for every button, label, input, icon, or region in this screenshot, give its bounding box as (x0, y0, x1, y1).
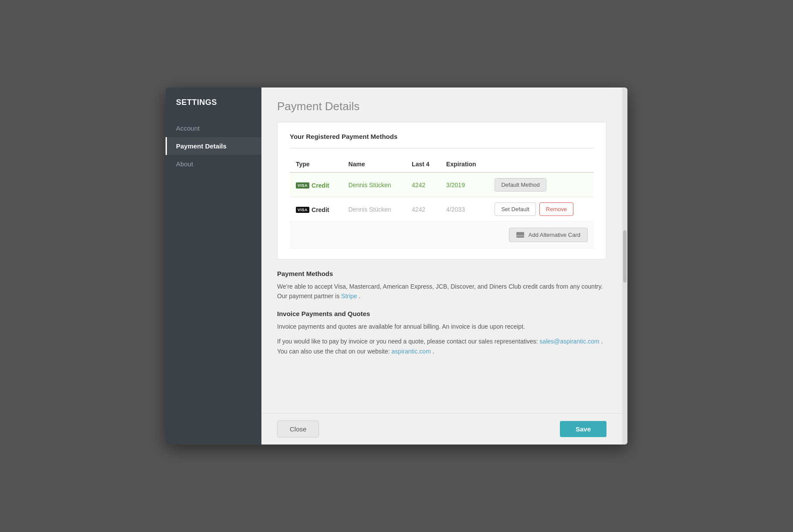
stripe-link[interactable]: Stripe (341, 293, 357, 300)
row1-actions: Default Method (488, 172, 594, 197)
invoice-para2: If you would like to pay by invoice or y… (277, 337, 607, 356)
payment-table: Type Name Last 4 Expiration VISA (290, 156, 594, 249)
sidebar: SETTINGS Account Payment Details About (166, 88, 261, 444)
invoice-para1: Invoice payments and quotes are availabl… (277, 322, 607, 331)
registered-methods-card: Your Registered Payment Methods Type Nam… (277, 122, 607, 259)
credit-label: Credit (312, 182, 329, 189)
close-button[interactable]: Close (277, 421, 319, 438)
website-link[interactable]: aspirantic.com (392, 348, 431, 355)
col-expiration: Expiration (440, 156, 488, 172)
row2-expiry: 4/2033 (440, 197, 488, 222)
row1-name: Dennis Stücken (342, 172, 406, 197)
table-header: Type Name Last 4 Expiration (290, 156, 594, 172)
row1-expiry: 3/2019 (440, 172, 488, 197)
credit-label-black: Credit (312, 206, 329, 213)
visa-badge-green: VISA Credit (296, 182, 329, 189)
row2-last4: 4242 (406, 197, 440, 222)
email-link[interactable]: sales@aspirantic.com (539, 338, 599, 345)
invoice-heading: Invoice Payments and Quotes (277, 310, 607, 317)
row2-name: Dennis Stücken (342, 197, 406, 222)
col-actions (488, 156, 594, 172)
registered-heading: Your Registered Payment Methods (290, 133, 594, 140)
save-button[interactable]: Save (560, 421, 607, 437)
row2-actions-container: Set Default Remove (495, 202, 588, 216)
card-icon (516, 232, 524, 238)
sidebar-item-about[interactable]: About (166, 155, 261, 173)
default-method-button: Default Method (495, 178, 546, 192)
add-card-col3 (406, 222, 440, 249)
visa-icon: VISA (296, 182, 309, 189)
col-name: Name (342, 156, 406, 172)
add-card-button[interactable]: Add Alternative Card (509, 228, 588, 242)
add-card-row: Add Alternative Card (290, 222, 594, 249)
sidebar-item-account[interactable]: Account (166, 119, 261, 137)
add-card-col4 (440, 222, 488, 249)
sidebar-title: SETTINGS (166, 98, 261, 119)
payment-methods-heading: Payment Methods (277, 270, 607, 277)
scrollbar-track[interactable] (622, 88, 627, 444)
set-default-button[interactable]: Set Default (495, 202, 535, 216)
main-header: Payment Details (261, 88, 622, 122)
add-card-col1 (290, 222, 342, 249)
payment-methods-section: Payment Methods We're able to accept Vis… (277, 270, 607, 301)
scrollbar-thumb[interactable] (623, 230, 627, 283)
row2-actions: Set Default Remove (488, 197, 594, 222)
row1-last4: 4242 (406, 172, 440, 197)
table-row: VISA Credit Dennis Stücken 4242 4/2033 S… (290, 197, 594, 222)
main-panel: Payment Details Your Registered Payment … (261, 88, 622, 444)
col-last4: Last 4 (406, 156, 440, 172)
add-card-col5: Add Alternative Card (488, 222, 594, 249)
footer: Close Save (261, 413, 622, 444)
visa-icon-black: VISA (296, 207, 309, 213)
invoice-section: Invoice Payments and Quotes Invoice paym… (277, 310, 607, 356)
visa-badge-black: VISA Credit (296, 206, 329, 213)
page-title: Payment Details (277, 100, 607, 113)
payment-methods-text: We're able to accept Visa, Mastercard, A… (277, 282, 607, 301)
add-card-col2 (342, 222, 406, 249)
add-card-label: Add Alternative Card (529, 232, 580, 238)
col-type: Type (290, 156, 342, 172)
row1-type: VISA Credit (290, 172, 342, 197)
remove-button[interactable]: Remove (539, 202, 573, 216)
sidebar-item-payment-details[interactable]: Payment Details (166, 137, 261, 155)
row2-type: VISA Credit (290, 197, 342, 222)
main-content: Your Registered Payment Methods Type Nam… (261, 122, 622, 413)
divider (290, 148, 594, 148)
table-row: VISA Credit Dennis Stücken 4242 3/2019 D… (290, 172, 594, 197)
